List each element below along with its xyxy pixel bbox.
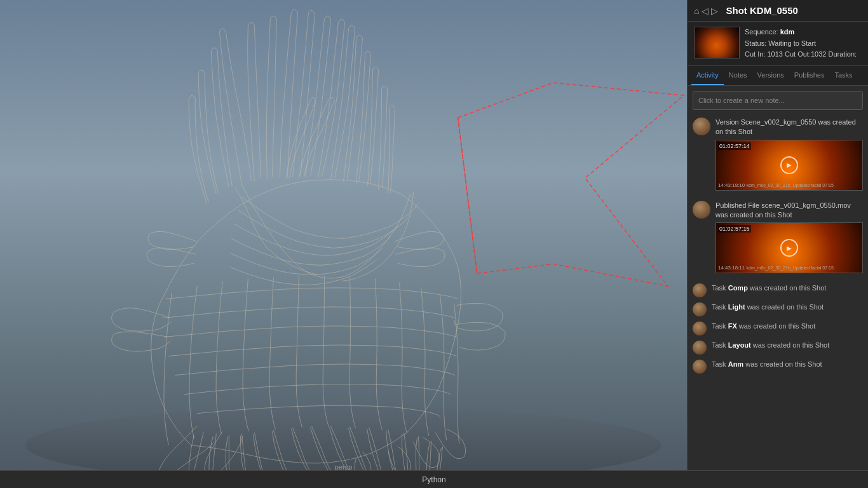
activity-item-version1: Version Scene_v002_kgm_0550 was created … <box>693 118 863 193</box>
shot-nav-icons: ⌂ ◁ ▷ <box>694 6 718 16</box>
shot-sequence: Sequence: kdm <box>745 27 862 38</box>
avatar-publish1 <box>693 201 710 219</box>
tab-publishes[interactable]: Publishes <box>789 66 830 85</box>
activity-content-version1: Version Scene_v002_kgm_0550 was created … <box>715 118 863 193</box>
viewport-label: persp <box>335 463 353 470</box>
tabs-bar: Activity Notes Versions Publishes Tasks <box>688 66 868 86</box>
activity-feed[interactable]: Version Scene_v002_kgm_0550 was created … <box>688 115 868 470</box>
bottom-bar: Python <box>0 470 868 488</box>
activity-item-task-comp: Task Comp was created on this Shot <box>693 283 863 297</box>
avatar-version1 <box>693 118 710 135</box>
home-icon[interactable]: ⌂ <box>694 6 699 16</box>
shot-header: ⌂ ◁ ▷ Shot KDM_0550 <box>688 0 868 22</box>
shot-status: Status: Waiting to Start <box>745 38 862 50</box>
version-thumb-1[interactable]: 01:02:57:14 ▶ 14:43:18:10 kdm_m0c_02_30_… <box>715 140 863 191</box>
activity-item-task-anm: Task Anm was created on this Shot <box>693 360 863 374</box>
tab-activity[interactable]: Activity <box>691 66 724 85</box>
activity-text-version1: Version Scene_v002_kgm_0550 was created … <box>715 118 863 137</box>
avatar-task-light <box>693 302 707 316</box>
tab-tasks[interactable]: Tasks <box>830 66 858 85</box>
forward-icon[interactable]: ▷ <box>711 6 718 16</box>
activity-item-publish1: Published File scene_v001_kgm_0550.mov w… <box>693 201 863 276</box>
viewport: persp <box>0 0 687 470</box>
right-panel: ⌂ ◁ ▷ Shot KDM_0550 Sequence: kdm Status… <box>687 0 868 470</box>
task-light-text: Task Light was created on this Shot <box>712 302 824 311</box>
svg-rect-0 <box>0 0 687 470</box>
shot-thumbnail[interactable] <box>694 27 740 58</box>
avatar-task-fx <box>693 322 707 336</box>
task-layout-text: Task Layout was created on this Shot <box>712 341 829 349</box>
shot-details: Sequence: kdm Status: Waiting to Start C… <box>745 27 862 60</box>
back-icon[interactable]: ◁ <box>702 6 709 16</box>
main-container: persp ⌂ ◁ ▷ Shot KDM_0550 Sequence: kdm <box>0 0 868 470</box>
play-icon-2[interactable]: ▶ <box>780 239 798 257</box>
shot-title: Shot KDM_0550 <box>726 5 797 16</box>
avatar-task-anm <box>693 360 707 374</box>
task-comp-text: Task Comp was created on this Shot <box>712 283 826 292</box>
activity-item-task-light: Task Light was created on this Shot <box>693 302 863 316</box>
note-input[interactable]: Click to create a new note... <box>693 91 863 110</box>
activity-item-task-layout: Task Layout was created on this Shot <box>693 341 863 355</box>
activity-item-task-fx: Task FX was created on this Shot <box>693 322 863 336</box>
avatar-task-layout <box>693 341 707 355</box>
tab-versions[interactable]: Versions <box>752 66 789 85</box>
task-anm-text: Task Anm was created on this Shot <box>712 360 822 369</box>
shot-info: Sequence: kdm Status: Waiting to Start C… <box>688 22 868 66</box>
version-thumb-2[interactable]: 01:02:57:15 ▶ 14:43:18:11 kdm_m0c_02_30_… <box>715 222 863 273</box>
activity-content-publish1: Published File scene_v001_kgm_0550.mov w… <box>715 201 863 276</box>
thumb2-time-bottom: 14:43:18:11 kdm_m0c_02_30_21b_Updated fa… <box>718 265 834 271</box>
thumb1-time-bottom: 14:43:18:10 kdm_m0c_02_30_21b_Updated fa… <box>718 182 834 188</box>
avatar-task-comp <box>693 283 707 297</box>
task-fx-text: Task FX was created on this Shot <box>712 322 815 330</box>
bottom-bar-label: Python <box>422 475 445 484</box>
shot-cut-info: Cut In: 1013 Cut Out:1032 Duration: <box>745 49 862 60</box>
thumb1-time-top: 01:02:57:14 <box>718 142 751 150</box>
thumb2-time-top: 01:02:57:15 <box>718 225 751 233</box>
activity-text-publish1: Published File scene_v001_kgm_0550.mov w… <box>715 201 863 220</box>
play-icon-1[interactable]: ▶ <box>780 156 798 174</box>
wireframe-svg: persp <box>0 0 687 470</box>
tab-notes[interactable]: Notes <box>724 66 752 85</box>
